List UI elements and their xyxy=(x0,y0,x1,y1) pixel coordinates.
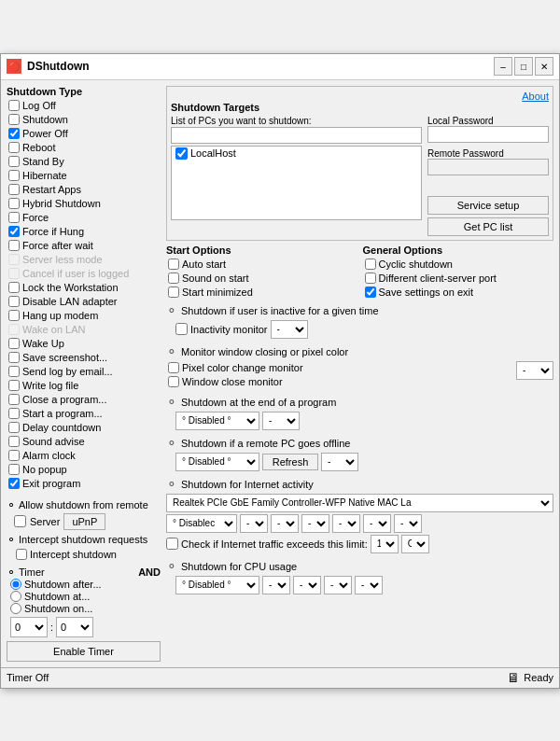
checkbox-force[interactable] xyxy=(8,212,20,223)
upnp-button[interactable]: uPnP xyxy=(63,513,105,530)
checkbox-alarm-clock[interactable] xyxy=(8,450,20,461)
checkbox-delay-countdown[interactable] xyxy=(8,422,20,433)
cpu-select4[interactable]: - xyxy=(355,576,383,594)
checkbox-reboot[interactable] xyxy=(8,142,20,153)
internet-disabled-select[interactable]: ° Disablec xyxy=(166,514,237,533)
radio-label-shutdown-after[interactable]: Shutdown after... xyxy=(24,579,102,590)
traffic-unit-select[interactable]: GB xyxy=(401,535,429,553)
label-restart-apps[interactable]: Restart Apps xyxy=(22,183,81,197)
inactivity-label[interactable]: Inactivity monitor xyxy=(190,324,268,335)
cpu-select2[interactable]: - xyxy=(293,576,321,594)
label-sound-advise[interactable]: Sound advise xyxy=(22,435,85,449)
label-lock-workstation[interactable]: Lock the Workstation xyxy=(22,281,119,295)
checkbox-hybrid-shutdown[interactable] xyxy=(8,198,20,209)
maximize-button[interactable]: □ xyxy=(514,57,533,76)
label-hibernate[interactable]: Hibernate xyxy=(22,169,67,183)
label-hybrid-shutdown[interactable]: Hybrid Shutdown xyxy=(22,197,101,211)
label-start-program[interactable]: Start a program... xyxy=(22,407,103,421)
checkbox-force-after-wait[interactable] xyxy=(8,240,20,251)
window-close-label[interactable]: Window close monitor xyxy=(182,375,283,389)
label-cyclic-shutdown[interactable]: Cyclic shutdown xyxy=(379,258,453,272)
inactivity-checkbox[interactable] xyxy=(175,323,188,335)
label-exit-program[interactable]: Exit program xyxy=(22,477,80,491)
checkbox-power-off[interactable] xyxy=(8,128,20,139)
checkbox-restart-apps[interactable] xyxy=(8,184,20,195)
close-button[interactable]: ✕ xyxy=(535,57,553,76)
minute-select[interactable]: 051015 2025304559 xyxy=(57,618,92,636)
checkbox-save-settings-exit[interactable] xyxy=(365,287,376,298)
hour-select[interactable]: 0123 4567 891011 1223 xyxy=(11,618,47,636)
service-setup-button[interactable]: Service setup xyxy=(427,196,549,215)
internet-select6[interactable]: - xyxy=(394,514,422,533)
checkbox-cyclic-shutdown[interactable] xyxy=(365,259,376,270)
label-power-off[interactable]: Power Off xyxy=(22,127,68,141)
checkbox-hang-up-modem[interactable] xyxy=(8,310,20,321)
minimize-button[interactable]: – xyxy=(494,57,512,76)
checkbox-cancel-if-user-logged[interactable] xyxy=(8,268,20,279)
minute-spinbox[interactable]: 051015 2025304559 xyxy=(56,617,93,637)
label-log-off[interactable]: Log Off xyxy=(22,99,56,113)
label-different-client-server[interactable]: Different client-server port xyxy=(379,272,497,286)
label-disable-lan[interactable]: Disable LAN adapter xyxy=(22,295,118,309)
list-item[interactable]: LocalHost xyxy=(172,147,421,161)
label-start-minimized[interactable]: Start minimized xyxy=(182,286,253,300)
remote-pc-offline-select2[interactable]: - xyxy=(321,453,358,471)
label-save-screenshot[interactable]: Save screenshot... xyxy=(22,351,107,365)
label-shutdown[interactable]: Shutdown xyxy=(22,113,68,127)
cpu-disabled-select[interactable]: ° Disabled ° xyxy=(175,576,259,594)
internet-select1[interactable]: - xyxy=(240,514,268,533)
checkbox-stand-by[interactable] xyxy=(8,156,20,167)
label-sound-on-start[interactable]: Sound on start xyxy=(182,272,249,286)
local-password-input[interactable] xyxy=(427,126,549,143)
server-checkbox[interactable] xyxy=(14,515,26,527)
pc-input[interactable] xyxy=(171,127,422,144)
label-force-if-hung[interactable]: Force if Hung xyxy=(22,225,84,239)
checkbox-shutdown[interactable] xyxy=(8,114,20,125)
radio-shutdown-on[interactable] xyxy=(10,603,21,614)
label-stand-by[interactable]: Stand By xyxy=(22,155,64,169)
hour-spinbox[interactable]: 0123 4567 891011 1223 xyxy=(10,617,48,637)
get-pc-list-button[interactable]: Get PC list xyxy=(427,217,549,236)
targets-listbox[interactable]: LocalHost xyxy=(171,146,422,220)
internet-select3[interactable]: - xyxy=(301,514,329,533)
checkbox-hibernate[interactable] xyxy=(8,170,20,181)
label-auto-start[interactable]: Auto start xyxy=(182,258,226,272)
checkbox-force-if-hung[interactable] xyxy=(8,226,20,237)
checkbox-send-log-email[interactable] xyxy=(8,366,20,377)
internet-select4[interactable]: - xyxy=(332,514,360,533)
cpu-select3[interactable]: - xyxy=(324,576,352,594)
pixel-color-checkbox[interactable] xyxy=(168,362,179,373)
checkbox-server-less-mode[interactable] xyxy=(8,254,20,265)
checkbox-log-off[interactable] xyxy=(8,100,20,111)
pixel-color-label[interactable]: Pixel color change monitor xyxy=(182,361,303,375)
label-wake-up[interactable]: Wake Up xyxy=(22,337,64,351)
radio-shutdown-after[interactable] xyxy=(10,579,21,590)
label-reboot[interactable]: Reboot xyxy=(22,141,55,155)
checkbox-wake-on-lan[interactable] xyxy=(8,324,20,335)
checkbox-different-client-server[interactable] xyxy=(365,273,376,284)
internet-select2[interactable]: - xyxy=(271,514,299,533)
label-no-popup[interactable]: No popup xyxy=(22,463,67,477)
label-delay-countdown[interactable]: Delay countdown xyxy=(22,421,101,435)
server-label[interactable]: Server xyxy=(30,516,60,527)
traffic-value-select[interactable]: 1 xyxy=(371,535,399,553)
about-link[interactable]: About xyxy=(522,91,549,102)
checkbox-sound-advise[interactable] xyxy=(8,436,20,447)
radio-shutdown-at[interactable] xyxy=(10,591,21,602)
label-send-log-email[interactable]: Send log by email... xyxy=(22,365,113,379)
radio-label-shutdown-at[interactable]: Shutdown at... xyxy=(24,591,90,602)
checkbox-start-program[interactable] xyxy=(8,408,20,419)
intercept-shutdown-label[interactable]: Intercept shutdown xyxy=(30,548,117,562)
window-close-checkbox[interactable] xyxy=(168,376,179,387)
checkbox-auto-start[interactable] xyxy=(168,259,179,270)
remote-pc-offline-select[interactable]: ° Disabled ° xyxy=(175,453,259,471)
internet-select5[interactable]: - xyxy=(363,514,391,533)
checkbox-lock-workstation[interactable] xyxy=(8,282,20,293)
remote-password-input[interactable] xyxy=(427,159,549,175)
label-close-program[interactable]: Close a program... xyxy=(22,393,106,407)
intercept-checkbox[interactable] xyxy=(16,549,27,560)
refresh-button[interactable]: Refresh xyxy=(262,454,318,470)
enable-timer-button[interactable]: Enable Timer xyxy=(7,641,161,662)
pixel-monitor-select[interactable]: - xyxy=(516,361,553,380)
checkbox-wake-up[interactable] xyxy=(8,338,20,349)
